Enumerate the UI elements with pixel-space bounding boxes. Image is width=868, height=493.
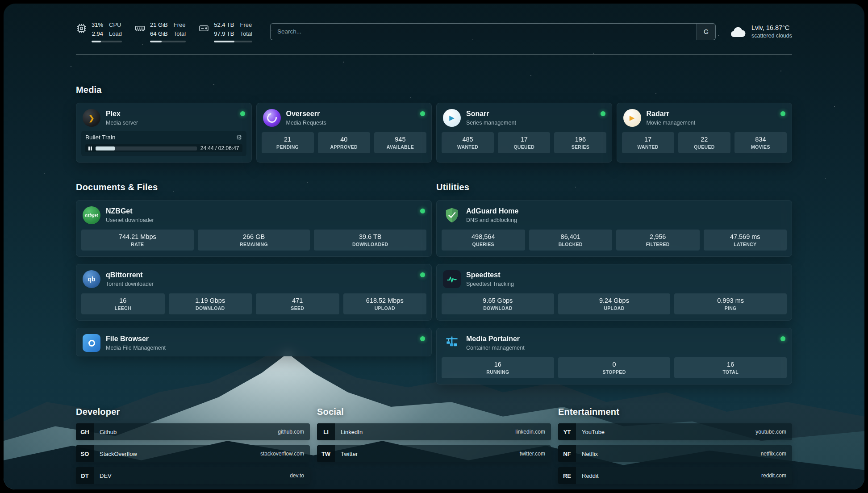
pause-icon[interactable] [88,146,92,150]
gear-icon[interactable]: ⚙ [236,134,242,141]
stat-wanted: 485WANTED [442,132,494,153]
weather-location: Lviv, 16.87°C [751,24,792,31]
stat-leech: 16LEECH [81,293,165,314]
cpu-label: CPU [109,21,122,29]
cpu-icon [76,23,87,34]
reddit-icon: RE [558,467,576,484]
plex-now-playing: Bullet Train ⚙ 24:44 / 02:06:47 [81,131,246,156]
portainer-card[interactable]: Media Portainer Container management 16R… [436,328,792,384]
plex-icon: ❯ [83,109,100,127]
playback-track[interactable] [96,146,197,150]
stat-download: 1.19 GbpsDOWNLOAD [169,293,252,314]
media-grid: ❯ Plex Media server Bullet Train ⚙ [76,103,792,163]
disk-total-value: 97.9 TB [214,29,234,38]
stars-decoration [4,4,4,4]
status-dot [601,111,605,116]
github-icon: GH [76,423,94,440]
netflix-icon: NF [558,445,576,462]
two-column-area: Documents & Files nzbget NZBGet Usenet d… [76,181,792,384]
bookmarks-developer: Developer GH Github github.com SO StackO… [76,406,310,489]
status-dot [420,272,425,277]
bookmark-stackoverflow[interactable]: SO StackOverflow stackoverflow.com [76,445,310,462]
sonarr-card[interactable]: ▶ Sonarr Series management 485WANTED [436,103,612,163]
memory-free-value: 21 GiB [150,21,168,29]
service-name: Overseerr [286,110,326,118]
status-dot [780,111,785,116]
status-dot [420,111,425,116]
service-name: File Browser [106,335,166,343]
cpu-progress-fill [92,41,101,42]
weather-condition: scattered clouds [751,33,792,39]
cpu-load-label: Load [109,29,122,38]
stackoverflow-icon: SO [76,445,94,462]
cpu-load-value: 2.94 [92,29,103,38]
cloud-icon [729,25,746,38]
radarr-card[interactable]: ▶ Radarr Movie management 17WANTED [617,103,793,163]
service-description: Media File Management [106,345,166,351]
service-description: Speedtest Tracking [466,281,514,287]
stat-movies: 834MOVIES [734,132,787,153]
plex-card[interactable]: ❯ Plex Media server Bullet Train ⚙ [76,103,252,163]
stat-ping: 0.993 msPING [674,293,787,314]
search-engine-button[interactable]: G [697,24,715,40]
dashboard-screen: 31% 2.94 CPU Load [0,0,868,493]
stat-approved: 40APPROVED [318,132,370,153]
service-name: Sonarr [466,110,516,118]
qbittorrent-card[interactable]: qb qBittorrent Torrent downloader 16LEEC… [76,264,432,321]
memory-progress-fill [150,41,162,42]
nzbget-card[interactable]: nzbget NZBGet Usenet downloader 744.21 M… [76,200,432,257]
memory-icon [134,23,146,34]
utilities-section-title: Utilities [436,181,792,193]
stat-wanted: 17WANTED [622,132,674,153]
bookmark-reddit[interactable]: RE Reddit reddit.com [558,467,792,484]
service-name: Speedtest [466,271,514,279]
service-name: AdGuard Home [466,207,518,215]
entertainment-section-title: Entertainment [558,406,792,418]
disk-free-label: Free [240,21,252,29]
overseerr-icon [263,109,281,127]
bookmark-twitter[interactable]: TW Twitter twitter.com [317,445,551,462]
stat-queries: 498,564QUERIES [442,230,525,251]
disk-total-label: Total [240,29,252,38]
bookmark-dev[interactable]: DT DEV dev.to [76,467,310,484]
dashboard-content: 31% 2.94 CPU Load [4,4,864,489]
service-name: NZBGet [106,207,154,215]
stat-upload: 618.52 MbpsUPLOAD [343,293,427,314]
service-description: Movie management [647,120,696,126]
sonarr-icon: ▶ [443,109,461,127]
now-playing-title: Bullet Train [85,134,116,141]
disk-progress-fill [214,41,234,42]
service-description: DNS and adblocking [466,217,518,223]
bookmark-linkedin[interactable]: LI LinkedIn linkedin.com [317,423,551,440]
service-name: Plex [106,110,138,118]
dev-icon: DT [76,467,94,484]
bookmark-github[interactable]: GH Github github.com [76,423,310,440]
stat-blocked: 86,401BLOCKED [529,230,613,251]
cpu-widget: 31% 2.94 CPU Load [76,21,122,42]
status-dot [420,336,425,341]
stat-download: 9.65 GbpsDOWNLOAD [442,293,554,314]
stat-pending: 21PENDING [262,132,314,153]
overseerr-card[interactable]: Overseerr Media Requests 21PENDING 40APP… [256,103,432,163]
filebrowser-card[interactable]: File Browser Media File Management [76,328,432,356]
developer-section-title: Developer [76,406,310,418]
disk-progress-track [214,41,252,42]
search-input[interactable] [271,24,697,40]
dashboard-viewport: 31% 2.94 CPU Load [4,4,864,489]
playback-bar: 24:44 / 02:06:47 [85,144,242,152]
twitter-icon: TW [317,445,335,462]
adguard-card[interactable]: AdGuard Home DNS and adblocking 498,564Q… [436,200,792,257]
playback-time: 24:44 / 02:06:47 [200,145,239,151]
search-bar: G [270,23,716,40]
bookmark-netflix[interactable]: NF Netflix netflix.com [558,445,792,462]
youtube-icon: YT [558,423,576,440]
status-dot [780,336,785,341]
memory-total-value: 64 GiB [150,29,168,38]
stat-total: 16TOTAL [674,357,787,378]
linkedin-icon: LI [317,423,335,440]
media-section-title: Media [76,84,792,96]
speedtest-card[interactable]: Speedtest Speedtest Tracking 9.65 GbpsDO… [436,264,792,321]
bookmark-youtube[interactable]: YT YouTube youtube.com [558,423,792,440]
cpu-progress-track [92,41,122,42]
memory-progress-track [150,41,186,42]
